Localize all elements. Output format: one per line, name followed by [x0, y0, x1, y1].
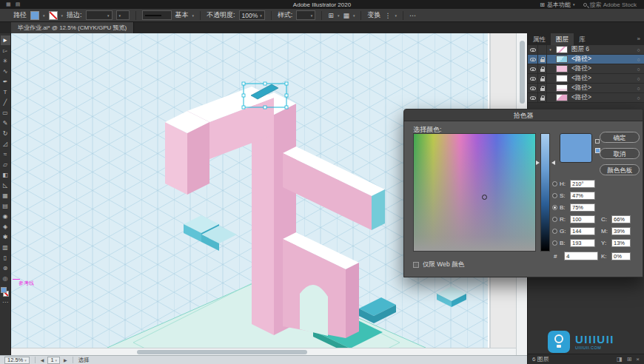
hand-tool[interactable]: ⊛	[1, 263, 10, 273]
horizontal-scrollbar[interactable]	[11, 348, 516, 355]
shape-builder-tool[interactable]: ◧	[1, 170, 10, 180]
layer-row[interactable]: <路径> ○	[528, 74, 644, 84]
align-button[interactable]: ⊞	[328, 12, 334, 19]
slider-arrow-right-icon[interactable]	[551, 161, 555, 165]
color-field[interactable]	[413, 133, 536, 252]
more-tools-icon[interactable]: ⋯	[1, 297, 10, 307]
rotate-tool[interactable]: ↻	[1, 129, 10, 138]
eyedropper-tool[interactable]: ◉	[1, 212, 10, 221]
app-tile-icon[interactable]: ▤	[16, 1, 21, 7]
workspace-switcher[interactable]: ⊞ 基本功能 ▾	[540, 1, 574, 9]
visibility-toggle[interactable]	[528, 74, 538, 84]
color-field-marker[interactable]	[482, 195, 487, 200]
next-artboard-icon[interactable]: ▶	[64, 357, 67, 363]
visibility-toggle[interactable]	[528, 55, 538, 64]
visibility-toggle[interactable]	[528, 64, 538, 74]
radio-b2[interactable]	[552, 240, 557, 246]
ok-button[interactable]: 确定	[600, 132, 640, 143]
stroke-color-swatch[interactable]	[49, 11, 58, 20]
visibility-toggle[interactable]	[528, 84, 538, 93]
web-cube-icon[interactable]	[595, 139, 600, 144]
width-tool[interactable]: ≈	[1, 149, 10, 159]
radio-b[interactable]	[552, 205, 557, 210]
radio-g[interactable]	[552, 229, 557, 234]
lock-toggle[interactable]	[538, 74, 547, 84]
symbol-sprayer-tool[interactable]: ✱	[1, 232, 10, 242]
distribute-button[interactable]: ▦	[343, 12, 349, 19]
lock-toggle[interactable]	[538, 45, 547, 55]
pen-tool[interactable]: ✒	[1, 77, 10, 87]
app-grid-icon[interactable]: ▦	[6, 1, 11, 7]
tab-libraries[interactable]: 库	[574, 33, 591, 45]
chevron-down-icon[interactable]: ▾	[395, 13, 397, 18]
g-input[interactable]: 144	[570, 227, 595, 235]
document-tab[interactable]: 毕业作业.ai* @ 12.5% (CMYK/GPU 预览)	[11, 22, 134, 33]
c-input[interactable]: 66%	[611, 215, 631, 223]
transform-label[interactable]: 变换	[367, 10, 380, 20]
column-graph-tool[interactable]: ▥	[1, 243, 10, 252]
chevron-down-icon[interactable]: ▾	[61, 13, 64, 18]
lock-toggle[interactable]	[538, 55, 547, 64]
s-input[interactable]: 47%	[570, 192, 595, 200]
hex-input[interactable]	[564, 252, 598, 260]
r-input[interactable]: 100	[570, 215, 595, 223]
pencil-tool[interactable]: ✎	[1, 118, 10, 128]
magic-wand-tool[interactable]: ✳	[1, 56, 10, 66]
y-input[interactable]: 13%	[611, 239, 631, 247]
target-icon[interactable]: ○	[633, 76, 644, 81]
target-icon[interactable]: ○	[633, 67, 644, 72]
visibility-toggle[interactable]	[528, 93, 538, 103]
radio-r[interactable]	[552, 217, 557, 222]
target-icon[interactable]: ○	[633, 95, 644, 101]
visibility-toggle[interactable]	[528, 45, 538, 55]
zoom-tool[interactable]: ◎	[1, 274, 10, 283]
stock-search[interactable]: 搜索 Adobe Stock	[583, 1, 637, 9]
lock-toggle[interactable]	[538, 64, 547, 74]
chevron-down-icon[interactable]: ▾	[353, 13, 355, 18]
selection-tool[interactable]: ►	[1, 36, 10, 45]
layer-row[interactable]: <路径> ○	[528, 93, 644, 103]
layer-row[interactable]: <路径> ○	[528, 64, 644, 74]
dialog-title-bar[interactable]: 拾色器	[404, 109, 643, 121]
layer-row[interactable]: ▾ 图层 6 ○	[528, 45, 644, 55]
isolate-button[interactable]: ⋮	[384, 12, 391, 19]
color-slider[interactable]	[540, 133, 550, 252]
blend-tool[interactable]: ◈	[1, 222, 10, 232]
color-swatches-button[interactable]: 颜色色板	[600, 164, 640, 175]
chevron-down-icon[interactable]: ▾	[192, 13, 195, 18]
brush-definition-label[interactable]: 基本	[175, 10, 189, 20]
direct-selection-tool[interactable]: ▻	[1, 46, 10, 55]
opacity-combo[interactable]: 100% ▾	[239, 10, 265, 20]
rectangle-tool[interactable]: ▭	[1, 108, 10, 118]
free-transform-tool[interactable]: ▱	[1, 160, 10, 169]
fill-color-swatch[interactable]	[30, 11, 39, 20]
chevron-down-icon[interactable]: ▾	[338, 13, 340, 18]
vertical-scrollbar-thumb[interactable]	[520, 41, 525, 104]
radio-s[interactable]	[552, 193, 557, 198]
expand-triangle-icon[interactable]: ▾	[547, 47, 554, 52]
lock-toggle[interactable]	[538, 84, 547, 93]
b-input[interactable]: 75%	[570, 203, 595, 212]
layer-row[interactable]: <路径> ○	[528, 55, 644, 64]
gradient-tool[interactable]: ▤	[1, 201, 10, 211]
scale-tool[interactable]: ◿	[1, 139, 10, 149]
layer-row[interactable]: <路径> ○	[528, 84, 644, 93]
prev-artboard-icon[interactable]: ◀	[41, 357, 44, 363]
brush-combo[interactable]	[142, 10, 172, 20]
lock-toggle[interactable]	[538, 93, 547, 103]
fill-stroke-indicator[interactable]	[1, 287, 10, 297]
target-icon[interactable]: ○	[633, 86, 644, 91]
horizontal-scrollbar-thumb[interactable]	[137, 350, 307, 354]
mesh-tool[interactable]: ▦	[1, 191, 10, 200]
more-options-icon[interactable]: ⋯	[409, 12, 416, 19]
h-input[interactable]: 210°	[570, 180, 595, 188]
style-combo[interactable]: ▾	[296, 10, 315, 20]
chevron-down-icon[interactable]: ▾	[43, 13, 45, 18]
k-input[interactable]: 0%	[611, 252, 631, 260]
type-tool[interactable]: T	[1, 87, 10, 97]
line-segment-tool[interactable]: ╱	[1, 98, 10, 107]
artboard-tool[interactable]: ▯	[1, 253, 10, 263]
cancel-button[interactable]: 取消	[600, 148, 640, 159]
perspective-grid-tool[interactable]: ◺	[1, 181, 10, 190]
tab-layers[interactable]: 图层	[551, 33, 574, 45]
